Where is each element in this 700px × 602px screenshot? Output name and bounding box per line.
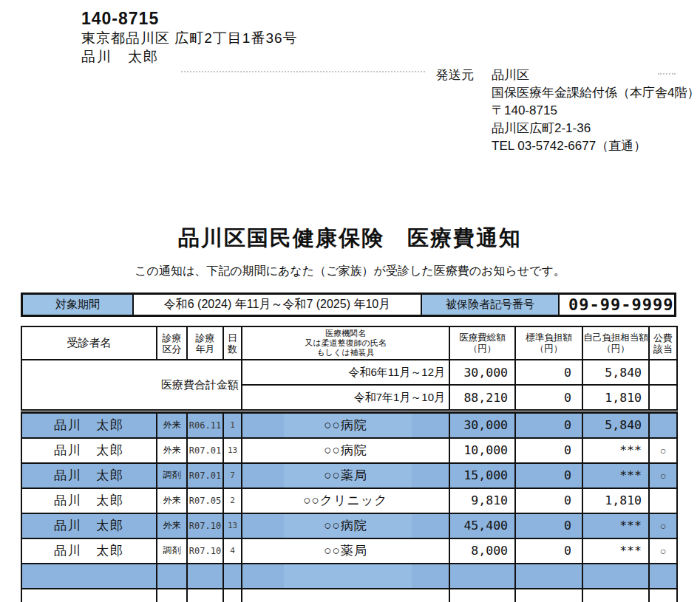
category-cell: 外来: [157, 438, 187, 463]
patient-cell: 品川 太郎: [21, 538, 157, 564]
patient-cell: [21, 589, 157, 602]
month-cell: R07.10: [187, 513, 223, 538]
detail-table: 品川 太郎 外来 R06.11 1 ○○病院 30,000 0 5,840 品川…: [21, 411, 678, 602]
recipient-address: 東京都品川区 広町2丁目1番36号: [81, 29, 298, 48]
summary-standard-cell: 0: [515, 360, 582, 385]
category-cell: 調剤: [157, 538, 187, 564]
detail-row: 品川 太郎 外来 R07.10 13 ○○病院 45,400 0 *** ○: [21, 513, 677, 538]
recipient-name: 品川 太郎: [81, 47, 159, 66]
sender-tel: TEL 03-5742-6677（直通）: [492, 137, 699, 155]
notice-subtitle: この通知は、下記の期間にあなた（ご家族）が受診した医療費のお知らせです。: [0, 264, 700, 279]
header-public: 公費 該当: [649, 326, 677, 360]
provider-cell: ○○病院: [242, 413, 449, 438]
self-cell: [582, 564, 649, 589]
self-cell: 5,840: [582, 413, 649, 438]
month-cell: R07.10: [187, 538, 223, 564]
days-cell: 1: [223, 413, 242, 438]
patient-cell: 品川 太郎: [21, 463, 157, 488]
table-header-row: 受診者名 診療 区分 診療 年月 日 数 医療機関名 又は柔道整復師の氏名 もし…: [21, 326, 677, 360]
header-category: 診療 区分: [157, 326, 187, 360]
standard-cell: [515, 589, 582, 602]
category-cell: [157, 564, 187, 589]
header-month: 診療 年月: [187, 326, 223, 360]
header-total: 医療費総額 （円）: [449, 326, 515, 360]
total-cell: 8,000: [449, 538, 515, 564]
self-cell: ***: [582, 438, 649, 463]
detail-row: [21, 589, 677, 602]
summary-self-cell: 1,810: [582, 385, 649, 410]
month-cell: [187, 564, 223, 589]
category-cell: 外来: [157, 488, 187, 513]
days-cell: [223, 589, 242, 602]
standard-cell: 0: [515, 488, 582, 513]
sender-label: 発送元: [436, 66, 474, 83]
summary-total-cell: 88,210: [449, 385, 515, 410]
summary-label-cell: 医療費合計金額: [21, 360, 242, 410]
days-cell: 13: [223, 513, 242, 538]
header-self: 自己負担相当額 （円）: [582, 326, 649, 360]
summary-standard-cell: 0: [515, 385, 582, 410]
sender-block: 品川区 国保医療年金課給付係（本庁舎4階） 〒140-8715 品川区広町2-1…: [492, 66, 699, 155]
self-cell: ***: [582, 513, 649, 538]
standard-cell: 0: [515, 438, 582, 463]
summary-table: 受診者名 診療 区分 診療 年月 日 数 医療機関名 又は柔道整復師の氏名 もし…: [21, 326, 678, 411]
notice-title: 品川区国民健康保険 医療費通知: [0, 224, 700, 253]
detail-row: 品川 太郎 外来 R07.05 2 ○○クリニック 9,810 0 1,810: [21, 488, 677, 513]
medical-expense-notice-page: 140-8715 東京都品川区 広町2丁目1番36号 品川 太郎 発送元 品川区…: [0, 0, 700, 602]
header-patient: 受診者名: [21, 326, 157, 360]
detail-row: 品川 太郎 調剤 R07.01 7 ○○薬局 15,000 0 *** ○: [21, 463, 677, 488]
public-cell: ○: [649, 463, 677, 488]
patient-cell: [21, 564, 157, 589]
total-cell: [449, 564, 515, 589]
public-cell: ○: [649, 513, 677, 538]
recipient-postal-code: 140-8715: [81, 9, 159, 29]
summary-self-cell: 5,840: [582, 360, 649, 385]
period-label-cell: 対象期間: [23, 295, 134, 315]
insured-number-label-cell: 被保険者記号番号: [421, 295, 560, 315]
category-cell: 外来: [157, 513, 187, 538]
detail-row: [21, 564, 677, 589]
provider-cell: ○○病院: [242, 513, 449, 538]
total-cell: 10,000: [449, 438, 515, 463]
month-cell: [187, 589, 223, 602]
month-cell: R07.05: [187, 488, 223, 513]
provider-cell: ○○薬局: [242, 538, 449, 564]
public-cell: ○: [649, 538, 677, 564]
total-cell: 9,810: [449, 488, 515, 513]
public-cell: [649, 488, 677, 513]
standard-cell: [515, 564, 582, 589]
header-provider: 医療機関名 又は柔道整復師の氏名 もしくは補装具: [242, 326, 449, 360]
patient-cell: 品川 太郎: [21, 413, 157, 438]
patient-cell: 品川 太郎: [21, 488, 157, 513]
standard-cell: 0: [515, 413, 582, 438]
public-cell: ○: [649, 438, 677, 463]
category-cell: 調剤: [157, 463, 187, 488]
public-cell: [649, 564, 677, 589]
sender-postal: 〒140-8715: [492, 102, 699, 120]
days-cell: [223, 564, 242, 589]
summary-public-cell: [649, 385, 677, 410]
self-cell: [582, 589, 649, 602]
provider-cell: [242, 564, 449, 589]
detail-row: 品川 太郎 外来 R07.01 13 ○○病院 10,000 0 *** ○: [21, 438, 677, 463]
total-cell: [449, 589, 515, 602]
month-cell: R07.01: [187, 463, 223, 488]
standard-cell: 0: [515, 463, 582, 488]
public-cell: [649, 589, 677, 602]
total-cell: 30,000: [449, 413, 515, 438]
detail-row: 品川 太郎 調剤 R07.10 4 ○○薬局 8,000 0 *** ○: [21, 538, 677, 564]
header-days: 日 数: [223, 326, 242, 360]
summary-period-cell: 令和6年11月～12月: [242, 360, 449, 385]
detail-row: 品川 太郎 外来 R06.11 1 ○○病院 30,000 0 5,840: [21, 413, 677, 438]
public-cell: [649, 413, 677, 438]
month-cell: R06.11: [187, 413, 223, 438]
provider-cell: ○○クリニック: [242, 488, 449, 513]
days-cell: 2: [223, 488, 242, 513]
sender-dept: 国保医療年金課給付係（本庁舎4階）: [492, 84, 699, 102]
insured-number-value-cell: 09-99-9999: [560, 295, 674, 315]
standard-cell: 0: [515, 538, 582, 564]
days-cell: 7: [223, 463, 242, 488]
total-cell: 45,400: [449, 513, 515, 538]
month-cell: R07.01: [187, 438, 223, 463]
header-standard: 標準負担額 （円）: [515, 326, 582, 360]
